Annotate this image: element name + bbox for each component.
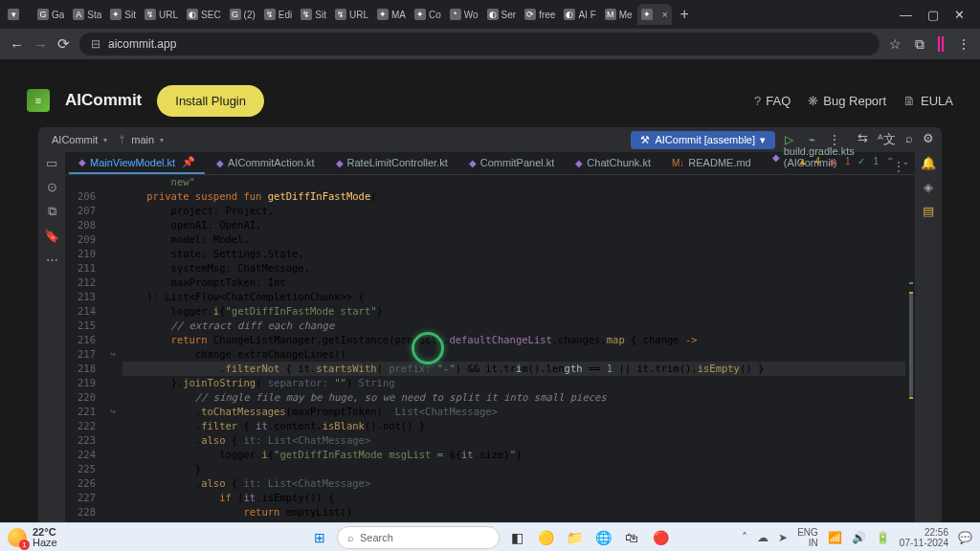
browser-menu-icon[interactable]: ⋮ [957,36,970,52]
favicon-icon: A [73,9,84,20]
kotlin-icon: ◆ [336,158,344,168]
faq-link-icon: ? [754,94,761,108]
browser-tab[interactable]: ↯Edi [260,4,296,25]
file-tab[interactable]: ◆MainViewModel.kt📌 [69,152,205,174]
copilot-icon[interactable]: 🟡 [534,526,557,549]
branch-crumb[interactable]: ᛘmain▾ [113,132,169,147]
kotlin-icon: ◆ [216,158,224,168]
weather-widget[interactable]: 22°CHaze [8,527,57,548]
favicon-icon: ◐ [487,9,499,20]
fold-gutter[interactable]: ↪↪↪ [103,175,122,524]
onedrive-icon[interactable]: ☁ [757,531,768,544]
favicon-icon: ↯ [264,9,276,20]
new-tab-button[interactable]: + [673,6,697,23]
maximize-icon[interactable]: ▢ [927,8,939,22]
file-tab[interactable]: ◆ChatChunk.kt [566,153,660,174]
reload-icon[interactable]: ⟳ [57,35,70,53]
search-everywhere-icon[interactable]: ⌕ [905,131,913,148]
site-info-icon[interactable]: ⊟ [91,37,100,51]
browser-tab[interactable]: MMe [601,4,636,25]
code-editor[interactable]: 2062072082092102112122132142152162172182… [65,175,915,524]
task-view-icon[interactable]: ◧ [505,526,528,549]
bug-report-link[interactable]: ❋Bug Report [808,94,886,108]
ide-window: AICommit▾ ᛘmain▾ ⚒AICommit [assemble]▾ ▷… [38,127,942,524]
settings-icon[interactable]: ⚙ [923,131,934,148]
bookmarks-tool-icon[interactable]: 🔖 [44,229,59,243]
browser-tab[interactable]: ↯Sit [297,4,330,25]
eula-link[interactable]: 🗎EULA [903,94,953,108]
close-tab-icon[interactable]: × [662,10,668,20]
taskbar-search[interactable]: ⌕Search [337,526,500,549]
browser-tab[interactable]: ◐SEC [183,4,225,25]
run-config-dropdown[interactable]: ⚒AICommit [assemble]▾ [631,131,775,149]
left-gutter: ▭ ⊙ ⧉ 🔖 ⋯ [38,152,65,524]
language-indicator[interactable]: ENGIN [797,527,818,548]
inspection-widget[interactable]: ▲4 ▲1 ✓1 ⌃⌄ [798,156,910,166]
back-icon[interactable]: ← [10,36,24,53]
file-tab[interactable]: M↓README.md [662,153,761,174]
kotlin-icon: ◆ [78,157,86,167]
structure-tool-icon[interactable]: ⧉ [48,204,56,219]
store-icon[interactable]: 🛍 [620,526,643,549]
error-stripe[interactable] [909,177,913,524]
database-tool-icon[interactable]: ▤ [923,204,934,218]
browser-tab[interactable]: ◐Ser [483,4,521,25]
favicon-icon: ⟳ [524,9,536,20]
favicon-icon: ◐ [564,9,575,20]
file-tab[interactable]: ◆AICommitAction.kt [207,153,323,174]
browser-tab[interactable]: ✦Co [411,4,445,25]
ai-assistant-icon[interactable]: ◈ [924,180,933,194]
battery-icon[interactable]: 🔋 [876,531,890,544]
wifi-icon[interactable]: 📶 [828,531,842,544]
browser-tab[interactable]: *Wo [446,4,482,25]
browser-tab[interactable]: ↯URL [141,4,182,25]
file-tab[interactable]: ◆CommitPanel.kt [459,153,565,174]
browser-tab[interactable]: ◐AI F [560,4,599,25]
favicon-icon: G [37,9,49,20]
bookmark-icon[interactable]: ☆ [889,36,902,52]
project-tool-icon[interactable]: ▭ [46,156,57,170]
favicon-icon: ✦ [110,9,122,20]
faq-link[interactable]: ?FAQ [754,94,791,108]
explorer-icon[interactable]: 📁 [563,526,586,549]
browser-tab[interactable]: ▾ [4,4,33,25]
logo-icon: ≡ [27,89,50,112]
browser-tab[interactable]: ⟳free [521,4,559,25]
commit-tool-icon[interactable]: ⊙ [47,180,57,194]
forward-icon[interactable]: → [33,36,48,53]
file-tab[interactable]: ◆RateLimitController.kt [326,153,457,174]
bug-report-link-icon: ❋ [808,94,818,108]
start-button[interactable]: ⊞ [308,526,331,549]
location-icon[interactable]: ➤ [778,531,788,544]
browser-tab[interactable]: ✦Sit [106,4,140,25]
browser-tab[interactable]: GGa [33,4,68,25]
notification-center-icon[interactable]: 💬 [958,531,972,544]
extensions-icon[interactable]: ⧉ [915,36,924,53]
chrome-icon[interactable]: 🔴 [649,526,672,549]
volume-icon[interactable]: 🔊 [852,531,866,544]
clock[interactable]: 22:5607-11-2024 [900,527,948,548]
brand-name: AICommit [65,91,142,110]
browser-tab[interactable]: ✦MA [373,4,410,25]
project-crumb[interactable]: AICommit▾ [46,132,113,147]
url-text: aicommit.app [108,37,176,51]
browser-tab[interactable]: ASta [69,4,105,25]
pin-icon: 📌 [182,156,195,168]
line-numbers: 2062072082092102112122132142152162172182… [65,175,103,524]
minimize-icon[interactable]: — [900,8,912,22]
install-plugin-button[interactable]: Install Plugin [157,85,264,117]
tray-chevron-icon[interactable]: ˄ [742,531,747,544]
edge-icon[interactable]: 🌐 [591,526,614,549]
browser-tab[interactable]: ✦× [637,4,672,25]
address-bar[interactable]: ⊟ aicommit.app [79,33,880,55]
notifications-icon[interactable]: 🔔 [921,156,936,170]
kotlin-icon: ◆ [575,158,583,168]
favicon-icon: ✦ [641,9,653,20]
right-gutter: 🔔 ◈ ▤ [915,152,942,524]
profile-icon[interactable] [938,36,944,52]
close-window-icon[interactable]: ✕ [954,8,965,22]
more-tools-icon[interactable]: ⋯ [46,253,58,267]
favicon-icon: ✦ [414,9,426,20]
browser-tab[interactable]: G(2) [226,4,259,25]
browser-tab[interactable]: ↯URL [331,4,372,25]
